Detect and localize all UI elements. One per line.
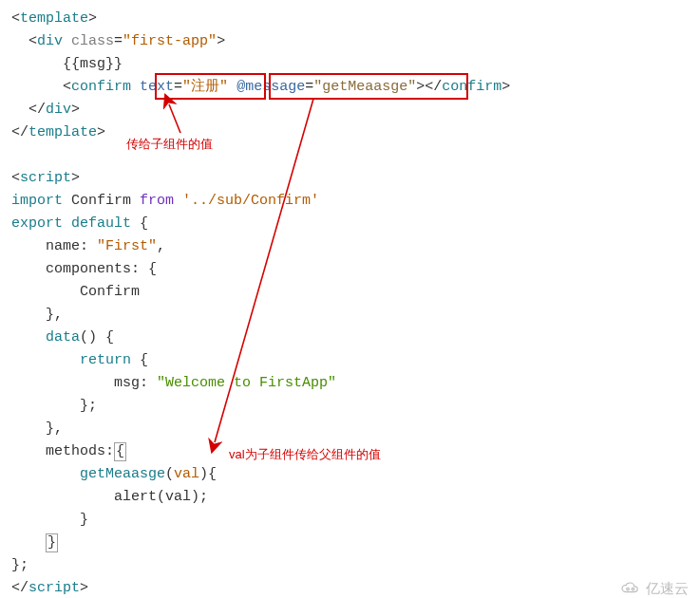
svg-point-2 (627, 588, 630, 590)
cloud-icon (619, 581, 642, 596)
svg-point-3 (632, 588, 634, 590)
watermark-text: 亿速云 (646, 577, 689, 598)
watermark: 亿速云 (619, 577, 689, 598)
code-block: <template> <div class="first-app"> {{msg… (11, 8, 689, 598)
